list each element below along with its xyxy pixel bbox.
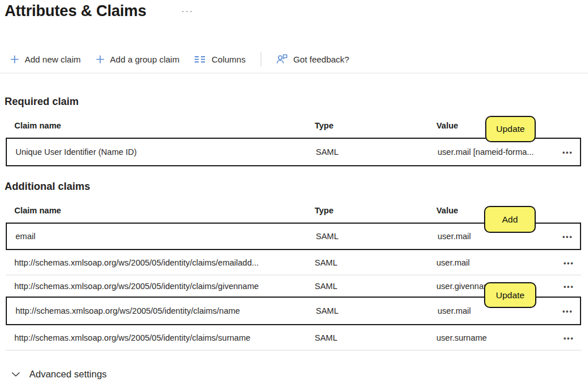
claim-name-cell: Unique User Identifier (Name ID) — [16, 147, 316, 157]
more-actions-icon[interactable]: ••• — [563, 259, 574, 267]
add-group-claim-label: Add a group claim — [110, 54, 180, 64]
got-feedback-button[interactable]: Got feedback? — [276, 54, 350, 64]
type-cell: SAML — [316, 306, 438, 315]
column-header-type: Type — [315, 121, 436, 130]
more-actions-icon[interactable]: ••• — [563, 283, 574, 291]
feedback-icon — [276, 54, 288, 64]
type-cell: SAML — [315, 282, 436, 291]
type-cell: SAML — [316, 232, 438, 241]
advanced-settings-label: Advanced settings — [29, 369, 107, 380]
columns-label: Columns — [211, 54, 245, 64]
plus-icon — [96, 55, 105, 64]
column-header-claim-name: Claim name — [14, 121, 315, 130]
title-more-menu-icon[interactable]: ··· — [181, 6, 194, 15]
value-cell: user.surname — [436, 333, 547, 342]
type-cell: SAML — [315, 333, 436, 342]
more-actions-icon[interactable]: ••• — [563, 334, 574, 342]
table-row[interactable]: http://schemas.xmlsoap.org/ws/2005/05/id… — [6, 325, 581, 350]
value-cell: user.mail — [438, 232, 546, 241]
annotation-update-badge: Update — [485, 116, 536, 142]
add-group-claim-button[interactable]: Add a group claim — [96, 54, 180, 64]
required-claim-section-title: Required claim — [5, 96, 79, 108]
toolbar-divider — [261, 52, 261, 67]
advanced-settings-toggle[interactable]: Advanced settings — [11, 369, 107, 380]
annotation-update-badge: Update — [484, 282, 536, 308]
chevron-down-icon — [11, 372, 20, 377]
columns-icon — [194, 56, 206, 63]
annotation-add-badge: Add — [484, 206, 536, 233]
type-cell: SAML — [316, 147, 438, 157]
add-new-claim-label: Add new claim — [25, 54, 81, 64]
column-header-claim-name: Claim name — [14, 206, 315, 215]
attributes-claims-page: Attributes & Claims ··· Add new claim Ad… — [0, 0, 588, 386]
more-actions-icon[interactable]: ••• — [562, 149, 573, 157]
plus-icon — [10, 55, 19, 64]
command-bar: Add new claim Add a group claim Columns — [10, 50, 349, 68]
add-new-claim-button[interactable]: Add new claim — [10, 54, 81, 64]
column-header-type: Type — [315, 206, 436, 215]
toolbar-rule — [0, 73, 588, 73]
value-cell: user.mail — [436, 258, 547, 267]
additional-claims-section-title: Additional claims — [5, 181, 90, 193]
claim-name-cell: http://schemas.xmlsoap.org/ws/2005/05/id… — [14, 333, 315, 342]
got-feedback-label: Got feedback? — [293, 54, 350, 64]
more-actions-icon[interactable]: ••• — [562, 233, 573, 241]
table-row[interactable]: http://schemas.xmlsoap.org/ws/2005/05/id… — [6, 250, 581, 275]
claim-name-cell: http://schemas.xmlsoap.org/ws/2005/05/id… — [14, 282, 315, 291]
claim-name-cell: email — [16, 232, 316, 241]
more-actions-icon[interactable]: ••• — [562, 307, 573, 315]
type-cell: SAML — [315, 258, 436, 267]
claim-name-cell: http://schemas.xmlsoap.org/ws/2005/05/id… — [14, 258, 315, 267]
columns-button[interactable]: Columns — [194, 54, 245, 64]
claim-name-cell: http://schemas.xmlsoap.org/ws/2005/05/id… — [16, 306, 316, 315]
page-title: Attributes & Claims — [5, 2, 146, 20]
value-cell: user.mail [nameid-forma... — [438, 147, 546, 157]
